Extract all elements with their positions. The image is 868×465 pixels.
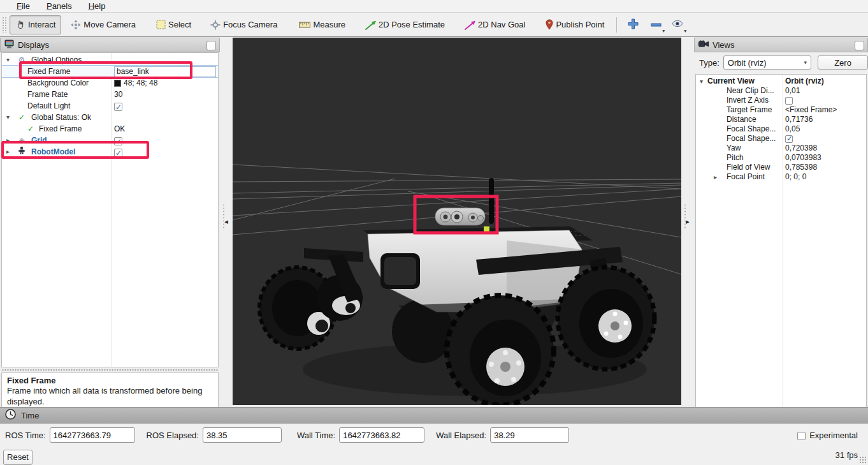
tool-2d-pose-estimate[interactable]: 2D Pose Estimate [359,15,451,34]
wall-elapsed-input[interactable] [490,427,569,443]
rviz-window: File Panels Help Interact Move Camera Se… [0,0,868,465]
magenta-arrow-icon [464,20,475,30]
splitter-grip [684,203,686,229]
tool-interact[interactable]: Interact [10,15,61,34]
view-type-row: Type: Orbit (rviz) ▾ Zero [694,55,868,70]
wall-time-input[interactable] [339,427,424,443]
view-row-target-frame[interactable]: Target Frame <Fixed Frame> [696,105,866,115]
reset-button[interactable]: Reset [3,450,33,465]
menu-file[interactable]: File [17,1,30,11]
front-center-wheel [447,295,554,405]
menu-help[interactable]: Help [89,1,106,11]
expander-right-icon[interactable]: ▸ [6,135,10,146]
zero-button[interactable]: Zero [818,55,868,70]
stereo-camera-sensor [435,208,485,225]
robotmodel-enabled-checkbox[interactable] [114,149,122,157]
tree-row-robotmodel[interactable]: ▸ RobotModel [2,146,218,158]
view-row-near-clip[interactable]: Near Clip Di... 0,01 [696,86,866,96]
expander-down-icon[interactable]: ▾ [700,77,703,86]
tool-measure[interactable]: Measure [293,15,351,34]
expander-down-icon[interactable]: ▾ [6,112,10,123]
row-label: Current View [707,77,755,86]
view-row-field-of-view[interactable]: Field of View 0,785398 [696,163,866,172]
view-row-invert-z[interactable]: Invert Z Axis [696,96,866,105]
tool-label: 2D Pose Estimate [379,20,445,29]
toolbar-grip[interactable] [2,17,7,33]
tool-select[interactable]: Select [150,15,197,34]
monitor-icon [4,40,14,50]
collapse-left-arrow-icon[interactable]: ◂ [224,218,228,226]
grid-enabled-checkbox[interactable] [114,137,122,145]
panel-float-button[interactable] [206,41,216,50]
view-row-focal-point[interactable]: ▸ Focal Point 0; 0; 0 [696,172,866,182]
antenna [489,178,494,224]
view-row-distance[interactable]: Distance 0,71736 [696,115,866,124]
row-value: <Fixed Frame> [785,105,837,115]
view-row-yaw[interactable]: Yaw 0,720398 [696,144,866,153]
ros-elapsed-input[interactable] [203,427,282,443]
displays-tree: ▾ ⚙ Global Options Fixed Frame base_link… [1,52,219,367]
row-value: 0,0703983 [785,153,821,163]
panel-title: Views [712,40,734,50]
row-value: OK [114,123,125,135]
focal-shape-checkbox[interactable] [785,135,793,143]
tool-label: 2D Nav Goal [478,20,525,29]
invert-z-checkbox[interactable] [785,97,793,105]
views-panel-header[interactable]: Views [694,38,868,52]
row-label: Field of View [727,163,770,172]
time-panel-header[interactable]: Time [0,407,868,424]
tree-row-default-light[interactable]: Default Light [2,100,218,112]
view-row-focal-shape-size[interactable]: Focal Shape... 0,05 [696,124,866,134]
remove-tool-button[interactable]: ▾ [646,15,665,34]
fixed-frame-value[interactable]: base_link [114,66,216,77]
collapse-right-arrow-icon[interactable]: ▸ [686,218,690,226]
default-light-checkbox[interactable] [114,103,122,111]
panel-float-button[interactable] [855,41,864,50]
view-row-current-view[interactable]: ▾ Current View Orbit (rviz) [696,77,866,86]
tree-row-global-status[interactable]: ▾ ✓ Global Status: Ok [2,112,218,123]
focus-crosshair-icon [210,20,221,30]
tool-move-camera[interactable]: Move Camera [65,15,141,34]
row-label: Invert Z Axis [727,96,769,105]
ros-time-input[interactable] [50,427,135,443]
view-row-pitch[interactable]: Pitch 0,0703983 [696,153,866,163]
tree-row-background-color[interactable]: Background Color 48; 48; 48 [2,77,218,89]
tree-row-fixed-frame[interactable]: Fixed Frame base_link [2,66,218,77]
row-label: Global Status: Ok [31,112,91,123]
tool-visibility-button[interactable]: ▾ [668,15,687,34]
right-splitter[interactable]: ▸ [681,38,694,405]
tree-row-global-options[interactable]: ▾ ⚙ Global Options [2,54,218,66]
tree-row-grid[interactable]: ▸ ◈ Grid [2,135,218,146]
color-swatch[interactable] [114,80,121,87]
displays-panel: Displays ▾ ⚙ Global Options Fixed Frame … [0,38,220,405]
tree-row-frame-rate[interactable]: Frame Rate 30 [2,89,218,100]
status-ok-check-icon: ✓ [17,112,26,123]
displays-panel-header[interactable]: Displays [0,38,220,52]
tree-row-fixed-frame-status[interactable]: ✓ Fixed Frame OK [2,123,218,135]
expander-right-icon[interactable]: ▸ [714,172,717,182]
add-tool-button[interactable] [623,15,642,34]
expander-down-icon[interactable]: ▾ [6,54,10,66]
view-type-combobox[interactable]: Orbit (rviz) ▾ [723,55,811,70]
experimental-toggle[interactable]: Experimental [797,431,858,440]
tool-label: Interact [28,20,55,29]
robot-render [233,38,681,405]
chevron-down-icon: ▾ [804,59,807,66]
menu-panels[interactable]: Panels [47,1,72,11]
experimental-label: Experimental [809,431,858,440]
green-arrow-icon [365,20,376,30]
row-label: Grid [31,135,47,146]
left-splitter[interactable]: ◂ [220,38,233,405]
toolbar-separator [616,17,617,33]
tool-2d-nav-goal[interactable]: 2D Nav Goal [458,15,531,34]
window-resize-grip[interactable] [859,456,867,464]
experimental-checkbox[interactable] [797,432,806,440]
tool-publish-point[interactable]: Publish Point [540,15,610,34]
tool-focus-camera[interactable]: Focus Camera [205,15,283,34]
3d-viewport[interactable] [233,38,681,405]
robot-icon [17,146,26,158]
view-row-focal-shape-fixed[interactable]: Focal Shape... [696,134,866,144]
expander-right-icon[interactable]: ▸ [6,146,10,158]
help-splitter-handle[interactable] [1,367,219,373]
row-value: 0,720398 [785,144,817,153]
